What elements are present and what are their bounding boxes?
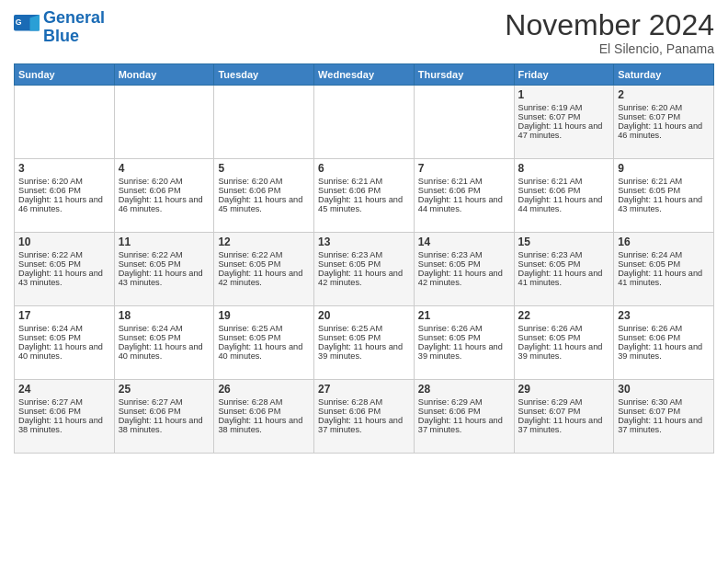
calendar-cell: 25Sunrise: 6:27 AMSunset: 6:06 PMDayligh… [114,380,214,454]
sunset-text: Sunset: 6:06 PM [418,186,510,195]
day-number: 4 [119,162,210,175]
calendar-cell: 30Sunrise: 6:30 AMSunset: 6:07 PMDayligh… [614,380,714,454]
day-number: 26 [218,383,310,396]
sunrise-text: Sunrise: 6:20 AM [18,177,110,186]
day-number: 29 [518,383,610,396]
daylight-text: Daylight: 11 hours and 41 minutes. [618,269,710,287]
sunrise-text: Sunrise: 6:26 AM [418,324,510,333]
calendar-cell: 29Sunrise: 6:29 AMSunset: 6:07 PMDayligh… [514,380,614,454]
sunrise-text: Sunrise: 6:23 AM [318,250,410,259]
sunset-text: Sunset: 6:06 PM [18,186,110,195]
calendar-cell: 9Sunrise: 6:21 AMSunset: 6:05 PMDaylight… [614,159,714,233]
day-number: 8 [518,162,610,175]
daylight-text: Daylight: 11 hours and 39 minutes. [618,342,710,361]
sunrise-text: Sunrise: 6:21 AM [418,177,510,186]
daylight-text: Daylight: 11 hours and 46 minutes. [618,121,710,140]
day-number: 5 [218,162,310,175]
sunrise-text: Sunrise: 6:19 AM [518,103,610,112]
sunrise-text: Sunrise: 6:22 AM [218,250,310,259]
calendar-cell: 24Sunrise: 6:27 AMSunset: 6:06 PMDayligh… [15,380,115,454]
sunset-text: Sunset: 6:06 PM [318,407,410,416]
sunrise-text: Sunrise: 6:27 AM [18,397,110,407]
calendar-cell: 18Sunrise: 6:24 AMSunset: 6:05 PMDayligh… [114,306,214,380]
daylight-text: Daylight: 11 hours and 46 minutes. [18,195,110,213]
sunrise-text: Sunrise: 6:20 AM [218,177,310,186]
daylight-text: Daylight: 11 hours and 42 minutes. [218,269,310,287]
sunset-text: Sunset: 6:07 PM [618,407,710,416]
sunset-text: Sunset: 6:05 PM [218,333,310,342]
sunrise-text: Sunrise: 6:22 AM [119,250,210,259]
sunrise-text: Sunrise: 6:24 AM [618,250,710,259]
calendar-cell: 12Sunrise: 6:22 AMSunset: 6:05 PMDayligh… [214,233,314,306]
sunrise-text: Sunrise: 6:23 AM [518,250,610,259]
daylight-text: Daylight: 11 hours and 47 minutes. [518,121,610,140]
sunrise-text: Sunrise: 6:30 AM [618,397,710,407]
daylight-text: Daylight: 11 hours and 37 minutes. [418,416,510,434]
daylight-text: Daylight: 11 hours and 37 minutes. [618,416,710,434]
sunset-text: Sunset: 6:06 PM [119,186,210,195]
day-number: 28 [418,383,510,396]
daylight-text: Daylight: 11 hours and 42 minutes. [318,269,410,287]
daylight-text: Daylight: 11 hours and 45 minutes. [318,195,410,213]
day-number: 3 [18,162,110,175]
calendar-cell: 4Sunrise: 6:20 AMSunset: 6:06 PMDaylight… [114,159,214,233]
sunrise-text: Sunrise: 6:26 AM [518,324,610,333]
daylight-text: Daylight: 11 hours and 38 minutes. [218,416,310,434]
sunset-text: Sunset: 6:06 PM [418,407,510,416]
calendar-cell [15,86,115,159]
day-number: 25 [119,383,210,396]
calendar-cell: 13Sunrise: 6:23 AMSunset: 6:05 PMDayligh… [314,233,415,306]
calendar-cell: 11Sunrise: 6:22 AMSunset: 6:05 PMDayligh… [114,233,214,306]
day-header-thursday: Thursday [414,64,514,86]
day-number: 7 [418,162,510,175]
calendar-container: G General Blue November 2024 El Silencio… [0,0,728,563]
calendar-cell: 8Sunrise: 6:21 AMSunset: 6:06 PMDaylight… [514,159,614,233]
week-row-3: 10Sunrise: 6:22 AMSunset: 6:05 PMDayligh… [15,233,714,306]
day-number: 2 [618,88,710,101]
day-header-saturday: Saturday [614,64,714,86]
day-number: 22 [518,309,610,322]
calendar-table: SundayMondayTuesdayWednesdayThursdayFrid… [14,63,714,454]
calendar-cell: 19Sunrise: 6:25 AMSunset: 6:05 PMDayligh… [214,306,314,380]
calendar-cell: 26Sunrise: 6:28 AMSunset: 6:06 PMDayligh… [214,380,314,454]
sunrise-text: Sunrise: 6:22 AM [18,250,110,259]
day-number: 12 [218,236,310,248]
calendar-cell: 28Sunrise: 6:29 AMSunset: 6:06 PMDayligh… [414,380,514,454]
daylight-text: Daylight: 11 hours and 37 minutes. [518,416,610,434]
calendar-cell: 23Sunrise: 6:26 AMSunset: 6:06 PMDayligh… [614,306,714,380]
sunset-text: Sunset: 6:05 PM [418,259,510,269]
sunset-text: Sunset: 6:06 PM [318,186,410,195]
sunset-text: Sunset: 6:05 PM [18,333,110,342]
sunrise-text: Sunrise: 6:28 AM [318,397,410,407]
calendar-cell: 27Sunrise: 6:28 AMSunset: 6:06 PMDayligh… [314,380,415,454]
daylight-text: Daylight: 11 hours and 46 minutes. [119,195,210,213]
calendar-cell: 16Sunrise: 6:24 AMSunset: 6:05 PMDayligh… [614,233,714,306]
svg-text:G: G [16,17,22,27]
logo-text: General Blue [43,9,105,46]
daylight-text: Daylight: 11 hours and 39 minutes. [518,342,610,361]
daylight-text: Daylight: 11 hours and 38 minutes. [119,416,210,434]
sunset-text: Sunset: 6:05 PM [418,333,510,342]
daylight-text: Daylight: 11 hours and 43 minutes. [618,195,710,213]
daylight-text: Daylight: 11 hours and 45 minutes. [218,195,310,213]
calendar-cell [114,86,214,159]
calendar-cell [214,86,314,159]
sunrise-text: Sunrise: 6:25 AM [318,324,410,333]
day-header-sunday: Sunday [15,64,115,86]
title-block: November 2024 El Silencio, Panama [505,9,714,56]
calendar-cell: 3Sunrise: 6:20 AMSunset: 6:06 PMDaylight… [15,159,115,233]
sunrise-text: Sunrise: 6:28 AM [218,397,310,407]
sunset-text: Sunset: 6:05 PM [218,259,310,269]
daylight-text: Daylight: 11 hours and 40 minutes. [218,342,310,361]
sunset-text: Sunset: 6:05 PM [119,259,210,269]
week-row-1: 1Sunrise: 6:19 AMSunset: 6:07 PMDaylight… [15,86,714,159]
daylight-text: Daylight: 11 hours and 44 minutes. [518,195,610,213]
day-number: 24 [18,383,110,396]
sunset-text: Sunset: 6:06 PM [119,407,210,416]
sunrise-text: Sunrise: 6:21 AM [518,177,610,186]
calendar-cell: 10Sunrise: 6:22 AMSunset: 6:05 PMDayligh… [15,233,115,306]
sunrise-text: Sunrise: 6:24 AM [18,324,110,333]
day-number: 13 [318,236,410,248]
sunset-text: Sunset: 6:05 PM [618,186,710,195]
calendar-cell: 21Sunrise: 6:26 AMSunset: 6:05 PMDayligh… [414,306,514,380]
